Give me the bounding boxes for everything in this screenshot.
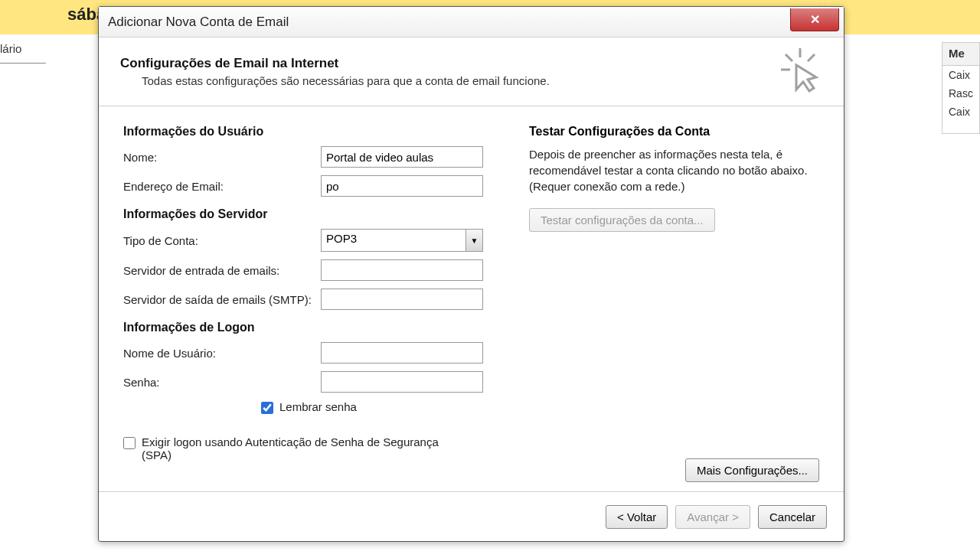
cursor-click-icon [778,47,822,96]
password-input[interactable] [321,371,483,393]
dialog-title: Adicionar Nova Conta de Email [108,15,289,30]
back-button[interactable]: < Voltar [606,505,668,529]
bg-right-panel: Me Caix Rasc Caix [942,42,980,134]
spa-checkbox[interactable] [123,437,136,449]
dialog-header-text: Configurações de Email na Internet Todas… [120,56,550,87]
more-settings-button[interactable]: Mais Configurações... [685,458,819,482]
header-title: Configurações de Email na Internet [120,56,550,71]
name-label: Nome: [123,151,321,164]
username-input[interactable] [321,342,483,364]
left-column: Informações do Usuário Nome: Endereço de… [123,125,483,482]
bg-right-panel-header: Me [942,43,979,66]
test-account-settings-button[interactable]: Testar configurações da conta... [529,208,715,232]
bg-right-panel-item[interactable]: Rasc [942,84,979,103]
username-label: Nome de Usuário: [123,347,321,360]
outgoing-server-label: Servidor de saída de emails (SMTP): [123,293,321,306]
logon-info-section-title: Informações de Logon [123,321,483,334]
bg-right-panel-item[interactable]: Caix [942,103,979,121]
email-input[interactable] [321,175,483,197]
name-input[interactable] [321,146,483,168]
right-column: Testar Configurações da Conta Depois de … [529,125,819,482]
svg-line-2 [808,54,815,61]
user-info-section-title: Informações do Usuário [123,125,483,139]
dialog-footer: < Voltar Avançar > Cancelar [99,492,844,541]
add-email-account-dialog: Adicionar Nova Conta de Email ✕ Configur… [98,6,844,542]
test-section-title: Testar Configurações da Conta [529,125,819,139]
account-type-select[interactable]: POP3 ▼ [321,229,483,252]
svg-line-1 [786,54,792,61]
bg-tab-fragment: lário [0,42,46,64]
incoming-server-label: Servidor de entrada de emails: [123,264,321,277]
next-button[interactable]: Avançar > [675,505,750,529]
bg-right-panel-item[interactable]: Caix [942,66,979,84]
close-icon: ✕ [810,12,820,27]
incoming-server-input[interactable] [321,259,483,281]
test-description: Depois de preencher as informações nesta… [529,146,819,194]
chevron-down-icon: ▼ [466,230,482,251]
cancel-button[interactable]: Cancelar [758,505,827,529]
spa-label: Exigir logon usando Autenticação de Senh… [142,435,448,461]
outgoing-server-input[interactable] [321,289,483,310]
close-button[interactable]: ✕ [790,8,839,31]
account-type-label: Tipo de Conta: [123,234,321,247]
server-info-section-title: Informações do Servidor [123,207,483,221]
header-subtitle: Todas estas configurações são necessária… [142,74,550,87]
remember-password-label: Lembrar senha [279,400,357,413]
dialog-titlebar: Adicionar Nova Conta de Email ✕ [99,7,844,37]
email-label: Endereço de Email: [123,180,321,193]
dialog-header-panel: Configurações de Email na Internet Todas… [99,37,844,106]
account-type-value: POP3 [322,230,466,251]
remember-password-checkbox[interactable] [261,402,273,414]
dialog-content: Informações do Usuário Nome: Endereço de… [99,106,844,492]
password-label: Senha: [123,376,321,389]
